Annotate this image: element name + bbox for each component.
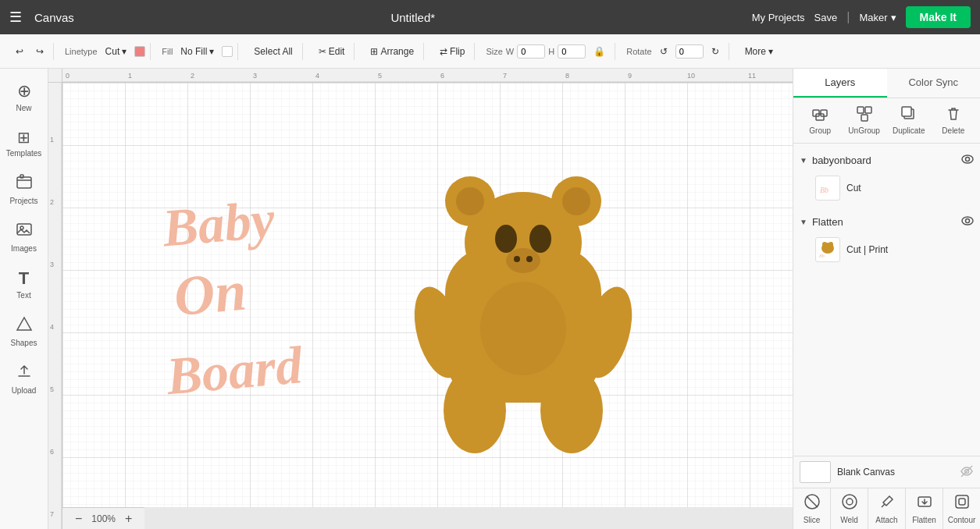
ungroup-label: UnGroup xyxy=(848,126,880,135)
sidebar-item-templates[interactable]: ⊞ Templates xyxy=(2,122,46,164)
sidebar-item-new-label: New xyxy=(16,104,31,112)
layer-group-flatten-header[interactable]: ▼ Flatten xyxy=(793,211,980,233)
svg-text:6: 6 xyxy=(50,448,54,456)
fill-select[interactable]: No Fill ▾ xyxy=(176,43,219,60)
edit-button[interactable]: ✂ Edit xyxy=(314,43,350,60)
svg-rect-0 xyxy=(17,177,31,188)
make-it-button[interactable]: Make It xyxy=(906,6,971,28)
linetype-select[interactable]: Cut ▾ xyxy=(101,43,132,60)
tab-layers[interactable]: Layers xyxy=(793,69,887,98)
svg-marker-4 xyxy=(17,318,31,330)
duplicate-button[interactable]: Duplicate xyxy=(888,103,930,138)
svg-text:3: 3 xyxy=(50,261,54,268)
chevron-down-icon: ▼ xyxy=(800,218,807,226)
svg-rect-52 xyxy=(865,107,871,113)
svg-text:6: 6 xyxy=(440,72,444,80)
app-title: Canvas xyxy=(34,11,74,24)
layer-visibility-flatten[interactable] xyxy=(961,215,974,229)
attach-tool[interactable]: Attach xyxy=(868,488,906,529)
tab-color-sync[interactable]: Color Sync xyxy=(887,69,981,98)
layer-group-flatten-name: Flatten xyxy=(812,216,957,228)
flip-label: Flip xyxy=(450,46,465,57)
svg-point-35 xyxy=(456,187,484,215)
select-all-button[interactable]: Select All xyxy=(249,43,297,60)
linetype-value: Cut xyxy=(105,46,120,57)
blank-canvas-visibility-button[interactable] xyxy=(960,464,974,481)
lock-icon[interactable]: 🔒 xyxy=(589,43,610,60)
size-group: Size W H 🔒 xyxy=(481,43,615,60)
redo-button[interactable]: ↪ xyxy=(31,43,48,60)
linetype-color-swatch[interactable] xyxy=(134,46,145,57)
sidebar-item-projects[interactable]: Projects xyxy=(2,167,46,211)
layer-group-babyonboard-header[interactable]: ▼ babyonboard xyxy=(793,150,980,171)
rotate-cw-icon[interactable]: ↻ xyxy=(707,43,724,60)
sidebar-item-shapes-label: Shapes xyxy=(11,339,37,347)
sidebar-item-shapes[interactable]: Shapes xyxy=(2,309,46,353)
layer-group-babyonboard: ▼ babyonboard Bb Cut xyxy=(793,150,980,205)
zoom-plus-button[interactable]: + xyxy=(122,512,135,526)
zoom-minus-button[interactable]: − xyxy=(72,512,85,526)
svg-text:4: 4 xyxy=(50,323,54,331)
svg-line-68 xyxy=(807,496,818,507)
chevron-down-icon: ▾ xyxy=(209,46,214,57)
sidebar-item-images[interactable]: Images xyxy=(2,215,46,259)
slice-tool[interactable]: Slice xyxy=(793,488,831,529)
canvas-area[interactable]: 0 1 2 3 4 5 6 7 8 9 10 11 12 1 2 3 xyxy=(48,69,793,529)
layers-toolbar: Group UnGroup Duplicate Delete xyxy=(793,98,980,144)
delete-icon xyxy=(946,106,961,125)
chevron-down-icon: ▾ xyxy=(122,46,127,57)
hamburger-icon[interactable]: ☰ xyxy=(9,9,22,26)
sidebar-item-text[interactable]: T Text xyxy=(2,262,46,306)
canvas-grid[interactable]: Baby On Board xyxy=(62,83,793,507)
flatten-tool[interactable]: Flatten xyxy=(906,488,943,529)
layer-item-cut-babyonboard[interactable]: Bb Cut xyxy=(793,171,980,205)
svg-text:Board: Board xyxy=(163,335,305,406)
svg-text:Bb: Bb xyxy=(820,186,829,194)
ungroup-button[interactable]: UnGroup xyxy=(843,103,885,138)
upload-icon xyxy=(16,363,33,384)
blank-canvas-bar: Blank Canvas xyxy=(793,456,980,488)
maker-selector[interactable]: Maker ▾ xyxy=(859,12,896,23)
images-icon xyxy=(16,221,33,242)
arrange-button[interactable]: ⊞ Arrange xyxy=(365,43,419,60)
sidebar-item-images-label: Images xyxy=(11,244,37,253)
rotate-ccw-icon[interactable]: ↺ xyxy=(655,43,672,60)
more-button[interactable]: More ▾ xyxy=(740,43,779,60)
size-label: Size xyxy=(486,47,502,56)
fill-label: Fill xyxy=(162,47,173,56)
size-h-label: H xyxy=(548,47,554,56)
size-h-input[interactable] xyxy=(558,44,586,59)
flip-icon: ⇄ xyxy=(440,46,447,57)
undo-redo-group: ↩ ↪ xyxy=(6,43,54,60)
shapes-icon xyxy=(16,315,33,336)
undo-button[interactable]: ↩ xyxy=(11,43,28,60)
projects-icon xyxy=(16,173,33,194)
rotate-input[interactable] xyxy=(675,44,704,59)
delete-button[interactable]: Delete xyxy=(933,103,974,138)
sidebar-item-new[interactable]: ⊕ New xyxy=(2,75,46,119)
fill-color-swatch[interactable] xyxy=(222,46,233,57)
layer-cut-print-label: Cut | Print xyxy=(846,244,974,255)
contour-tool[interactable]: Contour xyxy=(943,488,980,529)
svg-text:1: 1 xyxy=(50,136,54,144)
svg-point-62 xyxy=(822,242,827,247)
save-link[interactable]: Save xyxy=(814,12,838,23)
layer-item-cut-print-flatten[interactable]: Bb Cut | Print xyxy=(793,233,980,267)
svg-text:On: On xyxy=(172,260,249,328)
svg-point-37 xyxy=(562,187,590,215)
svg-point-59 xyxy=(962,217,973,225)
svg-text:7: 7 xyxy=(503,72,507,80)
svg-text:3: 3 xyxy=(253,72,257,80)
sidebar-item-upload[interactable]: Upload xyxy=(2,357,46,401)
toolbar: ↩ ↪ Linetype Cut ▾ Fill No Fill ▾ Select… xyxy=(0,34,980,69)
svg-text:Bb: Bb xyxy=(819,254,825,258)
ungroup-icon xyxy=(857,106,872,125)
attach-label: Attach xyxy=(875,516,897,524)
weld-tool[interactable]: Weld xyxy=(831,488,868,529)
my-projects-link[interactable]: My Projects xyxy=(752,12,805,23)
flip-button[interactable]: ⇄ Flip xyxy=(435,43,469,60)
size-w-input[interactable] xyxy=(517,44,545,59)
svg-rect-73 xyxy=(959,499,965,505)
layer-visibility-babyonboard[interactable] xyxy=(961,153,974,168)
group-button[interactable]: Group xyxy=(800,103,840,138)
